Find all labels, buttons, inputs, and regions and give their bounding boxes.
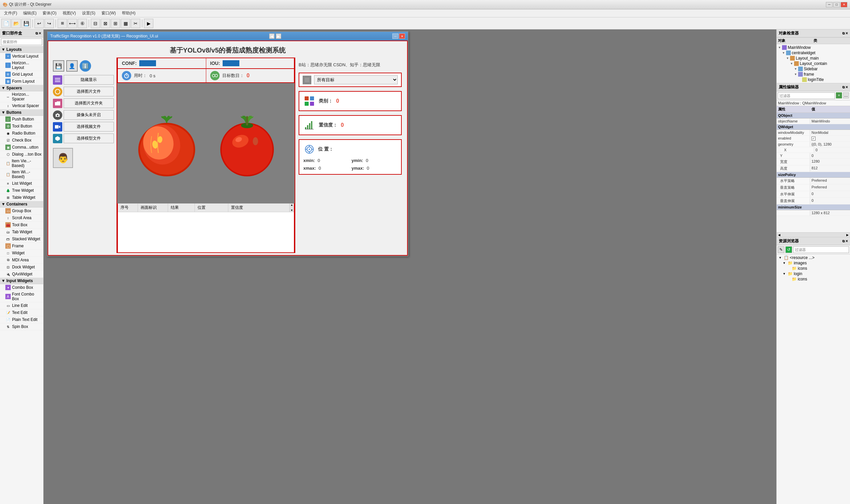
category-input-widgets[interactable]: ▼ Input Widgets: [0, 278, 43, 284]
widget-tool-box[interactable]: 🧰 Tool Box: [0, 221, 43, 229]
widget-dock-widget[interactable]: ⊡ Dock Widget: [0, 264, 43, 271]
enabled-checkbox[interactable]: [812, 137, 816, 141]
maximize-button[interactable]: □: [833, 2, 840, 7]
widget-text-edit[interactable]: 📝 Text Edit: [0, 309, 43, 316]
tree-item-layout-contain[interactable]: ▼ Layout_contain: [777, 61, 849, 66]
tree-item-frame[interactable]: ▼ frame: [777, 72, 849, 77]
save-icon-btn[interactable]: 💾: [53, 60, 64, 72]
tree-item-centralwidget[interactable]: ▼ centralwidget: [777, 50, 849, 56]
redo-button[interactable]: ↪: [45, 19, 54, 28]
prop-scroll-right[interactable]: ▶: [846, 233, 849, 237]
inner-close-btn[interactable]: ✕: [399, 34, 405, 39]
menu-form[interactable]: 窗体(O): [40, 10, 59, 17]
break-layout-btn[interactable]: ✂: [131, 19, 140, 28]
res-refresh-btn[interactable]: ↺: [785, 246, 792, 253]
camera-button[interactable]: 摄像头未开启: [64, 110, 114, 120]
prop-editor-close-btn[interactable]: ✕: [845, 85, 848, 89]
filter-select[interactable]: 所有目标 成熟 未熟: [314, 75, 398, 84]
res-item-login[interactable]: ▼ 📁 login: [777, 271, 849, 276]
select-folder-button[interactable]: 选择图片文件夹: [64, 98, 114, 108]
tree-item-sidebar[interactable]: ▼ Sidebar: [777, 66, 849, 72]
menu-help[interactable]: 帮助(H): [119, 10, 138, 17]
widget-item-widget-based[interactable]: 📋 Item Wi...-Based): [0, 169, 43, 180]
prop-scroll-left[interactable]: ◀: [778, 233, 780, 237]
res-item-images[interactable]: ▼ 📁 images: [777, 260, 849, 266]
res-filter-input[interactable]: [793, 246, 849, 253]
prop-filter-input[interactable]: [778, 92, 835, 99]
widget-combo-box[interactable]: ▾ Combo Box: [0, 284, 43, 291]
prop-add-btn[interactable]: +: [836, 92, 842, 98]
widget-group-box[interactable]: ▭ Group Box: [0, 208, 43, 215]
tree-item-layout-main[interactable]: ▼ Layout_main: [777, 56, 849, 61]
widget-qax-widget[interactable]: 🔌 QAxWidget: [0, 271, 43, 278]
layout-h-btn[interactable]: ⊟: [91, 19, 100, 28]
res-edit-btn[interactable]: ✎: [778, 246, 784, 253]
select-video-button[interactable]: 选择视频文件: [64, 122, 114, 131]
tree-item-logintitle[interactable]: loginTitle: [777, 77, 849, 82]
widget-form-layout[interactable]: ▦ Form Layout: [0, 78, 43, 85]
menu-settings[interactable]: 设置(S): [79, 10, 98, 17]
prop-editor-float-btn[interactable]: ⧉: [842, 85, 845, 89]
res-close-btn[interactable]: ✕: [845, 239, 848, 243]
widget-search-input[interactable]: [1, 38, 42, 45]
inspector-float-btn[interactable]: ⧉: [842, 32, 845, 35]
scroll-up-btn[interactable]: ▲: [289, 203, 294, 206]
widget-tab-widget[interactable]: 🗂 Tab Widget: [0, 229, 43, 236]
category-buttons[interactable]: ▼ Buttons: [0, 109, 43, 116]
widget-box-float-btn[interactable]: ⧉: [35, 32, 38, 35]
widget-line-edit[interactable]: ▭ Line Edit: [0, 302, 43, 309]
tree-item-mainwindow[interactable]: ▼ MainWindow: [777, 45, 849, 50]
layout-form-btn[interactable]: ▦: [121, 19, 130, 28]
prop-more-btn[interactable]: …: [843, 92, 849, 98]
signal-slot-btn[interactable]: ⟷: [68, 19, 77, 28]
res-float-btn[interactable]: ⧉: [842, 239, 845, 243]
widget-vertical-layout[interactable]: ≡ Vertical Layout: [0, 53, 43, 60]
select-model-button[interactable]: 选择模型文件: [64, 133, 114, 143]
widget-check-box[interactable]: ☑ Check Box: [0, 137, 43, 144]
res-item-icons2[interactable]: 📁 icons: [777, 276, 849, 282]
minimize-button[interactable]: ─: [826, 2, 833, 7]
preview-btn[interactable]: ▶: [144, 19, 153, 28]
open-button[interactable]: 📂: [12, 19, 21, 28]
widget-tool-button[interactable]: ⚙ Tool Button: [0, 123, 43, 130]
widget-box-close-btn[interactable]: ✕: [38, 32, 41, 35]
layout-grid-btn[interactable]: ⊞: [111, 19, 120, 28]
widget-command-button[interactable]: ▣ Comma...utton: [0, 144, 43, 151]
widget-frame[interactable]: ▢ Frame: [0, 242, 43, 250]
category-spacers[interactable]: ▼ Spacers: [0, 85, 43, 91]
widget-list-widget[interactable]: ≡ List Widget: [0, 180, 43, 187]
widget-spin-box[interactable]: ⇅ Spin Box: [0, 323, 43, 330]
category-containers[interactable]: ▼ Containers: [0, 201, 43, 208]
save-button[interactable]: 💾: [21, 19, 31, 28]
widget-mdi-area[interactable]: ⧉ MDI Area: [0, 257, 43, 264]
widget-dialog-button-box[interactable]: ⬡ Dialog ...ton Box: [0, 151, 43, 158]
widget-stacked-widget[interactable]: 🗃 Stacked Widget: [0, 236, 43, 242]
widget-push-button[interactable]: □ Push Button: [0, 116, 43, 123]
widget-scroll-area[interactable]: ↕ Scroll Area: [0, 215, 43, 221]
select-image-button[interactable]: 选择图片文件: [64, 87, 114, 96]
menu-window[interactable]: 窗口(W): [99, 10, 119, 17]
widget-table-widget[interactable]: ⊞ Table Widget: [0, 194, 43, 201]
widget-font-combo-box[interactable]: A Font Combo Box: [0, 291, 43, 302]
inner-minimize-btn[interactable]: ─: [392, 34, 399, 39]
menu-view[interactable]: 视图(V): [60, 10, 79, 17]
inspector-close-btn[interactable]: ✕: [845, 32, 848, 35]
new-button[interactable]: 📄: [1, 19, 11, 28]
undo-button[interactable]: ↩: [34, 19, 44, 28]
widget-widget[interactable]: □ Widget: [0, 250, 43, 257]
scroll-down-btn[interactable]: ▼: [289, 209, 294, 212]
widget-horizontal-layout[interactable]: ⋮ Horizon... Layout: [0, 60, 43, 71]
layout-v-btn[interactable]: ⊠: [101, 19, 110, 28]
user-icon-btn[interactable]: 👤: [66, 60, 78, 72]
widget-horizontal-spacer[interactable]: ↔ Horizon... Spacer: [0, 91, 43, 103]
info-icon-btn[interactable]: ℹ️: [80, 60, 91, 72]
nav-left-btn[interactable]: ◀: [269, 34, 275, 39]
tab-order-btn[interactable]: ⑥: [78, 19, 87, 28]
menu-file[interactable]: 文件(F): [1, 10, 20, 17]
menu-edit[interactable]: 编辑(E): [20, 10, 39, 17]
table-scrollbar[interactable]: ▲ ▼: [289, 203, 294, 212]
res-item-icons1[interactable]: 📁 icons: [777, 266, 849, 271]
widget-tree-widget[interactable]: 🌲 Tree Widget: [0, 187, 43, 194]
widget-editor-btn[interactable]: ⊞: [57, 19, 67, 28]
nav-right-btn[interactable]: ▶: [276, 34, 281, 39]
